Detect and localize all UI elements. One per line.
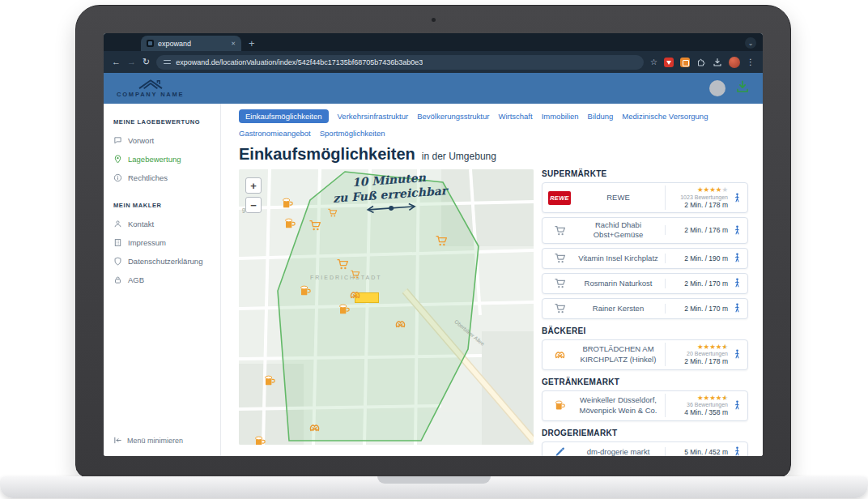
tab-einkaufsmoeglichkeiten[interactable]: Einkaufsmöglichkeiten [239, 109, 329, 123]
beer-map-icon[interactable] [338, 303, 351, 316]
results-panel: SUPERMÄRKTE REWE REWE ★★★★★ 1023 Bewertu… [542, 169, 748, 456]
sidebar-section-label: MEIN MAKLER [113, 202, 211, 209]
tab-medizinische-versorgung[interactable]: Medizinische Versorgung [622, 112, 708, 121]
result-card[interactable]: Rachid Dhabi Obst+Gemüse 2 Min. / 176 m [542, 217, 748, 244]
sidebar-item-agb[interactable]: AGB [113, 275, 211, 284]
result-meta: 2 Min. / 190 m [665, 254, 728, 263]
browser-menu-icon[interactable]: ⋮ [747, 58, 755, 66]
tab-bildung[interactable]: Bildung [588, 112, 614, 121]
beer-map-icon[interactable] [281, 197, 294, 210]
pretzel-map-icon[interactable] [349, 288, 361, 301]
result-card[interactable]: Weinkeller Düsseldorf, Mövenpick Wein & … [542, 390, 748, 421]
company-logo[interactable]: COMPANY NAME [117, 79, 184, 98]
result-card-rewe[interactable]: REWE REWE ★★★★★ 1023 Bewertungen 2 Min. … [542, 182, 748, 213]
sidebar-item-label: Impressum [128, 238, 166, 247]
result-card[interactable]: dm-drogerie markt 5 Min. / 452 m [542, 441, 748, 456]
forward-icon[interactable]: → [127, 58, 136, 66]
review-count: 20 Bewertungen [687, 351, 728, 356]
cart-map-icon[interactable] [308, 219, 321, 232]
reload-icon[interactable]: ↻ [143, 58, 150, 66]
browser-tab[interactable]: expowand ✕ [141, 36, 241, 51]
back-icon[interactable]: ← [112, 58, 121, 66]
result-card[interactable]: Vitamin Insel Kirchplatz 2 Min. / 190 m [542, 248, 748, 269]
result-name: Rainer Kersten [572, 304, 665, 313]
pretzel-map-icon[interactable] [394, 318, 406, 330]
distance: 2 Min. / 178 m [684, 201, 728, 209]
tab-close-icon[interactable]: ✕ [231, 41, 236, 46]
new-tab-button[interactable]: + [249, 38, 255, 51]
site-settings-icon[interactable] [164, 58, 171, 66]
downloads-icon[interactable] [713, 58, 722, 67]
review-count: 1023 Bewertungen [680, 194, 728, 200]
sidebar-item-datenschutz[interactable]: Datenschutzerklärung [113, 257, 211, 266]
page-title-main: Einkaufsmöglichkeiten [239, 145, 415, 164]
sidebar-item-label: Rechtliches [128, 173, 168, 182]
user-avatar[interactable] [709, 80, 725, 96]
cart-icon [554, 224, 566, 237]
walking-icon [731, 303, 742, 313]
category-header-getraenkemarkt: GETRÄNKEMARKT [542, 377, 748, 386]
review-count: 36 Bewertungen [687, 402, 728, 407]
address-bar[interactable]: expowand.de/locationValuation/index/542f… [156, 55, 644, 70]
menu-minimize-label: Menü minimieren [127, 437, 183, 445]
tab-verkehrsinfrastruktur[interactable]: Verkehrsinfrastruktur [338, 112, 409, 121]
result-name: Vitamin Insel Kirchplatz [572, 254, 665, 263]
cart-map-icon[interactable] [336, 258, 349, 271]
tab-gastronomieangebot[interactable]: Gastronomieangebot [239, 129, 311, 138]
sidebar-item-vorwort[interactable]: Vorwort [113, 136, 211, 145]
sidebar-item-label: Lagebewertung [128, 155, 181, 164]
menu-minimize-button[interactable]: Menü minimieren [113, 436, 183, 445]
walking-icon [731, 253, 742, 263]
map[interactable]: gstraße FRIEDRICHSTADT Oberbilker Allee … [239, 169, 534, 445]
sidebar-item-impressum[interactable]: Impressum [113, 238, 211, 247]
sidebar-item-lagebewertung[interactable]: Lagebewertung [113, 155, 211, 164]
sidebar-item-label: Datenschutzerklärung [128, 257, 202, 266]
pdf-extension-icon[interactable] [664, 58, 674, 67]
tab-wirtschaft[interactable]: Wirtschaft [498, 112, 532, 121]
laptop-base [0, 476, 868, 498]
distance: 2 Min. / 170 m [684, 305, 728, 313]
tab-immobilien[interactable]: Immobilien [542, 112, 579, 121]
result-meta: ★★★★★★ 20 Bewertungen 2 Min. / 178 m [665, 343, 728, 367]
beer-map-icon[interactable] [253, 435, 266, 445]
result-card[interactable]: Rainer Kersten 2 Min. / 170 m [542, 298, 748, 319]
beer-map-icon[interactable] [299, 284, 312, 297]
tab-favicon [147, 40, 154, 47]
distance: 2 Min. / 178 m [684, 357, 728, 365]
result-meta: ★★★★★★ 36 Bewertungen 4 Min. / 358 m [665, 394, 728, 418]
shield-icon [113, 257, 122, 266]
browser-profile-avatar[interactable] [729, 57, 740, 68]
sidebar-item-label: AGB [128, 275, 144, 284]
beer-map-icon[interactable] [283, 217, 296, 230]
bookmark-star-icon[interactable]: ☆ [650, 58, 657, 66]
walking-icon [731, 349, 742, 360]
star-rating: ★★★★★★ [697, 343, 728, 351]
chat-icon [113, 136, 122, 145]
cart-icon [554, 277, 566, 289]
cart-map-icon[interactable] [435, 234, 448, 247]
extensions-puzzle-icon[interactable] [696, 58, 706, 67]
export-download-icon[interactable] [735, 79, 750, 97]
tab-bevoelkerungsstruktur[interactable]: Bevölkerungsstruktur [417, 112, 489, 121]
lock-icon [113, 275, 122, 284]
result-meta: 5 Min. / 452 m [665, 447, 728, 456]
zoom-out-button[interactable]: − [245, 197, 262, 213]
zoom-in-button[interactable]: + [245, 177, 262, 194]
cart-icon [554, 302, 566, 314]
walking-icon [731, 446, 742, 456]
cart-map-icon[interactable] [350, 269, 360, 279]
sidebar-item-kontakt[interactable]: Kontakt [113, 220, 211, 228]
sidebar-item-rechtliches[interactable]: Rechtliches [113, 173, 211, 182]
tab-search-chevron-icon[interactable]: ⌄ [745, 37, 756, 49]
url-text[interactable]: expowand.de/locationValuation/index/542f… [176, 58, 423, 66]
result-card[interactable]: BROTLÄDCHEN AM KIRCHPLATZ (Hinkel) ★★★★★… [542, 339, 748, 370]
result-name: dm-drogerie markt [572, 447, 665, 456]
beer-map-icon[interactable] [263, 374, 276, 387]
tab-sportmoeglichkeiten[interactable]: Sportmöglichkeiten [320, 129, 385, 138]
page-title: Einkaufsmöglichkeiten in der Umgebung [239, 145, 748, 164]
pretzel-map-icon[interactable] [308, 421, 321, 433]
orange-extension-icon[interactable] [680, 58, 690, 67]
result-card[interactable]: Rosmarin Naturkost 2 Min. / 170 m [542, 273, 748, 294]
walking-icon [731, 193, 742, 203]
sidebar-section-label: MEINE LAGEBEWERTUNG [113, 118, 211, 126]
